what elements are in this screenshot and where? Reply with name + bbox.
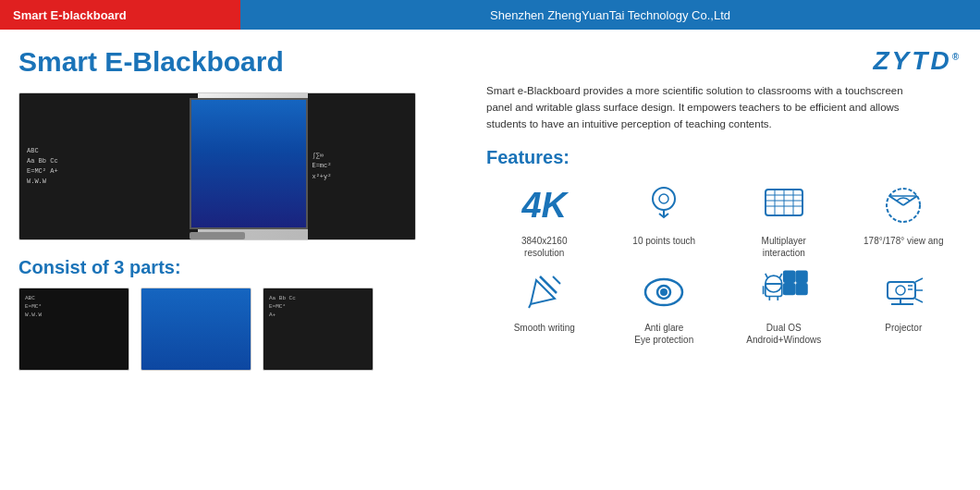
- left-panel: Smart E-Blackboard ABCAa Bb CcE=MC² A+W.…: [0, 30, 472, 490]
- svg-line-11: [903, 196, 917, 205]
- svg-line-26: [779, 274, 781, 277]
- svg-point-1: [659, 194, 668, 203]
- header-left: Smart E-blackboard: [0, 0, 240, 30]
- right-panel: ZYTD® Smart e-Blackboard provides a more…: [472, 30, 980, 490]
- projector-icon: [880, 269, 926, 315]
- svg-line-39: [915, 299, 923, 302]
- page-title: Smart E-Blackboard: [18, 46, 453, 78]
- feature-projector: Projector: [846, 266, 962, 346]
- product-image-main: ABCAa Bb CcE=MC² A+W.W.W ∫∑∞E=mc²x²+y²: [18, 92, 416, 240]
- part-chalk-text: ABCE=MC²W.W.W: [19, 288, 129, 325]
- view-angle-icon: [880, 182, 926, 228]
- logo-area: ZYTD®: [486, 46, 962, 76]
- logo-text: ZYTD: [874, 46, 952, 75]
- svg-point-32: [896, 286, 905, 295]
- feature-icon-projector: [877, 266, 929, 318]
- logo-reg: ®: [952, 52, 962, 62]
- parts-row: ABCE=MC²W.W.W Aa Bb CcE=MC²A+: [18, 288, 453, 371]
- svg-rect-30: [796, 284, 806, 294]
- part-item-blackboard: ABCE=MC²W.W.W: [18, 288, 129, 371]
- feature-eye: Anti glareEye protection: [606, 266, 723, 346]
- feature-label-dual-os: Dual OSAndroid+Windows: [746, 322, 821, 346]
- feature-4k: 4K 3840x2160resolution: [486, 179, 603, 259]
- features-title: Features:: [486, 147, 962, 168]
- screen-section-middle: [190, 98, 308, 229]
- feature-icon-4k: 4K: [519, 179, 570, 231]
- multiplayer-icon: [761, 182, 807, 228]
- svg-rect-29: [784, 284, 794, 294]
- feature-label-4k: 3840x2160resolution: [521, 235, 568, 259]
- feature-writing: Smooth writing: [486, 266, 603, 346]
- svg-rect-31: [888, 282, 915, 299]
- eye-icon: [641, 269, 687, 315]
- feature-label-multiplayer: Multiplayerinteraction: [762, 235, 806, 259]
- svg-line-37: [915, 278, 923, 282]
- header: Smart E-blackboard Shenzhen ZhengYuanTai…: [0, 0, 980, 30]
- feature-label-view-angle: 178°/178° view ang: [864, 235, 943, 247]
- svg-point-0: [653, 188, 675, 210]
- feature-icon-dual-os: [758, 266, 810, 318]
- product-description: Smart e-Blackboard provides a more scien…: [486, 83, 930, 132]
- feature-label-touch: 10 points touch: [632, 235, 695, 247]
- feature-icon-eye: [638, 266, 690, 318]
- writing-icon: [521, 269, 568, 315]
- main-content: Smart E-Blackboard ABCAa Bb CcE=MC² A+W.…: [0, 30, 980, 490]
- part-item-board: Aa Bb CcE=MC²A+: [263, 288, 374, 371]
- feature-label-writing: Smooth writing: [514, 322, 575, 334]
- chalk-writing-right: ∫∑∞E=mc²x²+y²: [312, 151, 411, 182]
- feature-view-angle: 178°/178° view ang: [846, 179, 962, 259]
- svg-rect-28: [796, 272, 806, 282]
- features-grid: 4K 3840x2160resolution 10 points touch: [486, 179, 962, 346]
- header-right: Shenzhen ZhengYuanTai Technology Co.,Ltd: [240, 0, 980, 30]
- feature-icon-touch: [638, 179, 690, 231]
- 4k-text-icon: 4K: [521, 186, 567, 226]
- svg-point-17: [661, 289, 667, 295]
- screen-display: [191, 100, 306, 227]
- brand-logo: ZYTD®: [874, 46, 962, 76]
- part-item-screen: [141, 288, 251, 371]
- feature-label-eye: Anti glareEye protection: [634, 322, 693, 346]
- feature-touch: 10 points touch: [606, 179, 723, 259]
- svg-rect-27: [784, 272, 794, 282]
- header-left-label: Smart E-blackboard: [13, 8, 127, 22]
- touch-icon: [641, 182, 687, 228]
- svg-line-14: [529, 304, 531, 308]
- svg-line-10: [889, 196, 903, 205]
- feature-multiplayer: Multiplayerinteraction: [726, 179, 842, 259]
- feature-label-projector: Projector: [885, 322, 922, 334]
- blackboard-section-right: ∫∑∞E=mc²x²+y²: [308, 93, 415, 239]
- svg-line-25: [766, 274, 767, 277]
- blackboard-section-left: ABCAa Bb CcE=MC² A+W.W.W: [19, 93, 198, 239]
- feature-icon-view-angle: [877, 179, 929, 231]
- consist-title: Consist of 3 parts:: [18, 257, 453, 278]
- chalk-writing-left: ABCAa Bb CcE=MC² A+W.W.W: [27, 146, 190, 188]
- part-board-chalk: Aa Bb CcE=MC²A+: [263, 288, 373, 325]
- product-stand: [190, 232, 245, 239]
- header-right-label: Shenzhen ZhengYuanTai Technology Co.,Ltd: [490, 8, 730, 22]
- dual-os-icon: [758, 266, 810, 318]
- feature-dual-os: Dual OSAndroid+Windows: [726, 266, 842, 346]
- feature-icon-writing: [519, 266, 570, 318]
- feature-icon-multiplayer: [758, 179, 810, 231]
